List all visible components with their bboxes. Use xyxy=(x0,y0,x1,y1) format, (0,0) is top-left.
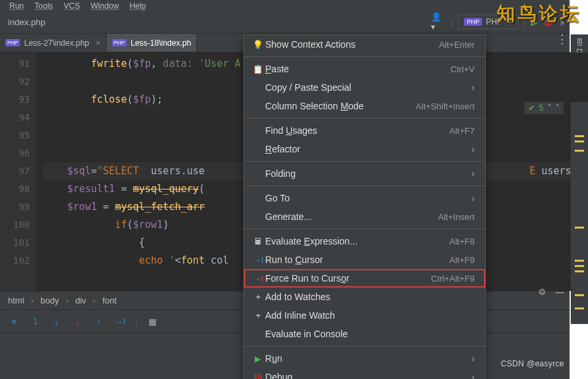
menu-run[interactable]: Run xyxy=(9,1,24,9)
chevron-right-icon: › xyxy=(471,168,475,179)
line-number-gutter: 91 92 93 94 95 96 97 98 99 100 101 102 💡 xyxy=(0,52,36,291)
checkmark-icon: ✔ xyxy=(528,103,535,113)
next-highlight-icon[interactable]: ˅ xyxy=(556,103,559,113)
context-menu-label: Run xyxy=(265,353,471,364)
toolbar-separator: | xyxy=(451,17,453,27)
menu-help[interactable]: Help xyxy=(129,1,146,9)
tab-overflow-icon[interactable]: ⋮ xyxy=(556,32,568,46)
context-menu-label: Show Context Actions xyxy=(265,39,439,50)
warning-marker[interactable] xyxy=(575,227,584,229)
show-execution-point-icon[interactable]: ≡ xyxy=(8,315,20,327)
context-menu-label: Force Run to Cursor xyxy=(265,273,431,284)
close-icon[interactable]: × xyxy=(96,38,101,48)
bulb-icon: 💡 xyxy=(251,40,265,50)
menu-separator xyxy=(244,56,485,57)
context-menu-item[interactable]: →IRun to CursorAlt+F9 xyxy=(244,250,485,269)
context-menu-item[interactable]: Refactor› xyxy=(244,140,485,158)
context-menu-label: Go To xyxy=(265,193,471,203)
context-menu-shortcut: Alt+Shift+Insert xyxy=(416,101,475,111)
menu-vcs[interactable]: VCS xyxy=(64,1,80,9)
context-menu-label: Generate... xyxy=(265,211,438,222)
warning-marker[interactable] xyxy=(575,135,584,137)
context-menu-label: Copy / Paste Special xyxy=(265,82,471,93)
context-menu-item[interactable]: 💡Show Context ActionsAlt+Enter xyxy=(244,35,485,54)
menu-separator xyxy=(244,186,485,186)
context-menu-item[interactable]: Folding› xyxy=(244,164,485,183)
menu-separator xyxy=(244,346,485,347)
prev-highlight-icon[interactable]: ˄ xyxy=(548,103,552,113)
context-menu-item[interactable]: ▶Run› xyxy=(244,349,485,368)
context-menu-item[interactable]: Go To› xyxy=(244,189,485,207)
plus-icon: ＋ xyxy=(251,291,265,303)
context-menu-item[interactable]: Copy / Paste Special› xyxy=(244,78,485,97)
context-menu-item[interactable]: 📋PasteCtrl+V xyxy=(244,60,485,78)
context-menu-item[interactable]: 🖩Evaluate Expression...Alt+F8 xyxy=(244,232,485,250)
menu-window[interactable]: Window xyxy=(91,1,119,9)
clipboard-icon: 📋 xyxy=(251,64,265,74)
context-menu-shortcut: Alt+F8 xyxy=(449,237,475,246)
editor-context-menu: 💡Show Context ActionsAlt+Enter📋PasteCtrl… xyxy=(243,34,486,379)
php-file-icon: PHP xyxy=(5,39,20,46)
menu-tools[interactable]: Tools xyxy=(34,1,53,9)
chevron-right-icon: › xyxy=(471,193,475,203)
warning-marker[interactable] xyxy=(575,150,584,152)
context-menu-label: Evaluate in Console xyxy=(265,329,475,339)
warning-marker[interactable] xyxy=(575,294,584,296)
warning-marker[interactable] xyxy=(575,265,584,267)
line-number: 102 xyxy=(0,252,30,270)
run-to-cursor-icon[interactable]: →I xyxy=(114,315,126,327)
context-menu-label: Add to Watches xyxy=(265,292,475,302)
warning-marker[interactable] xyxy=(575,260,584,262)
editor-tab[interactable]: PHP Less-18\index.ph xyxy=(107,34,198,52)
context-menu-item[interactable]: ＋Add Inline Watch xyxy=(244,306,485,325)
tab-label: Less-27\index.php xyxy=(24,38,89,48)
breadcrumb-item[interactable]: div xyxy=(75,296,86,305)
forcerun-icon: →I xyxy=(251,274,265,284)
warning-marker[interactable] xyxy=(575,270,584,272)
chevron-right-icon: › xyxy=(471,82,475,93)
user-icon[interactable]: 👤▾ xyxy=(431,15,445,29)
context-menu-label: Folding xyxy=(265,168,471,179)
bug-icon: 🐞 xyxy=(251,372,265,380)
menu-separator xyxy=(244,118,485,119)
minimize-icon[interactable]: — xyxy=(556,287,564,297)
step-out-icon[interactable]: ↑ xyxy=(93,315,105,327)
force-step-into-icon[interactable]: ↓ xyxy=(72,315,84,327)
line-number: 95 xyxy=(0,127,30,144)
context-menu-item[interactable]: Column Selection ModeAlt+Shift+Insert xyxy=(244,97,485,115)
line-number: 91 xyxy=(0,55,30,73)
csdn-watermark: CSDN @easyrce xyxy=(501,359,564,368)
context-menu-shortcut: Ctrl+Alt+F9 xyxy=(431,274,475,284)
breadcrumb-item[interactable]: html xyxy=(8,296,25,305)
calc-icon: 🖩 xyxy=(251,237,265,246)
context-menu-item[interactable]: Generate...Alt+Insert xyxy=(244,207,485,226)
step-into-icon[interactable]: ↓ xyxy=(50,315,62,327)
context-menu-label: Debug xyxy=(265,372,471,379)
context-menu-item[interactable]: Find UsagesAlt+F7 xyxy=(244,121,485,140)
breadcrumb-item[interactable]: body xyxy=(40,296,59,305)
line-number: 97 xyxy=(0,162,30,180)
chevron-right-icon: › xyxy=(471,353,475,364)
step-over-icon[interactable]: ⤵ xyxy=(29,315,41,327)
context-menu-item[interactable]: ＋Add to Watches xyxy=(244,288,485,306)
context-menu-item[interactable]: →IForce Run to CursorCtrl+Alt+F9 xyxy=(244,269,485,288)
tab-label: Less-18\index.ph xyxy=(131,38,191,48)
settings-icon[interactable]: ⚙ xyxy=(538,287,546,297)
line-number: 93 xyxy=(0,91,30,109)
warning-marker[interactable] xyxy=(575,307,584,309)
context-menu-item[interactable]: Evaluate in Console xyxy=(244,325,485,343)
context-menu-label: Column Selection Mode xyxy=(265,101,416,111)
editor-tab[interactable]: PHP Less-27\index.php × xyxy=(0,34,107,52)
chevron-right-icon: › xyxy=(93,296,95,305)
line-number: 94 xyxy=(0,109,30,127)
breadcrumb-item[interactable]: font xyxy=(102,296,117,305)
context-menu-item[interactable]: 🐞Debug› xyxy=(244,368,485,379)
warning-marker[interactable] xyxy=(575,140,584,142)
context-menu-shortcut: Alt+Insert xyxy=(438,212,475,222)
editor-marker-strip[interactable]: ✔ 5 ˄ ˅ xyxy=(571,102,588,324)
evaluate-icon[interactable]: ▦ xyxy=(147,315,158,327)
runto-icon: →I xyxy=(251,255,265,265)
line-number: 92 xyxy=(0,73,30,91)
context-menu-label: Run to Cursor xyxy=(265,254,449,265)
inspection-widget[interactable]: ✔ 5 ˄ ˅ xyxy=(524,102,563,114)
